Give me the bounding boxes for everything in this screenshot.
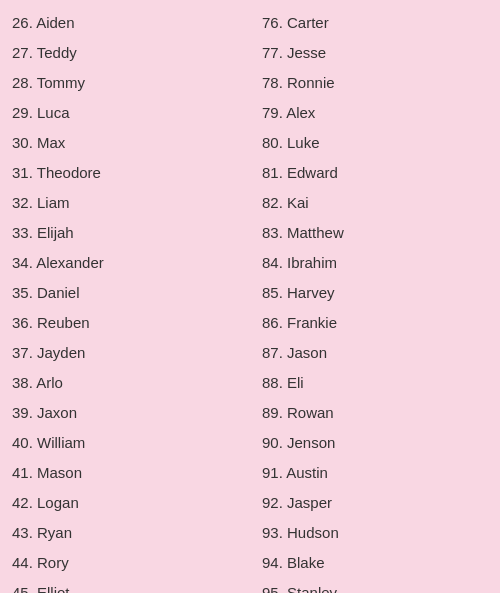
list-item: 30. Max — [10, 128, 240, 158]
list-item: 94. Blake — [260, 548, 490, 578]
list-item: 78. Ronnie — [260, 68, 490, 98]
list-item: 85. Harvey — [260, 278, 490, 308]
list-item: 27. Teddy — [10, 38, 240, 68]
list-item: 80. Luke — [260, 128, 490, 158]
list-item: 42. Logan — [10, 488, 240, 518]
list-item: 39. Jaxon — [10, 398, 240, 428]
list-item: 83. Matthew — [260, 218, 490, 248]
list-item: 41. Mason — [10, 458, 240, 488]
list-item: 43. Ryan — [10, 518, 240, 548]
list-item: 89. Rowan — [260, 398, 490, 428]
list-item: 82. Kai — [260, 188, 490, 218]
list-item: 84. Ibrahim — [260, 248, 490, 278]
list-item: 34. Alexander — [10, 248, 240, 278]
right-column: 76. Carter77. Jesse78. Ronnie79. Alex80.… — [250, 8, 500, 593]
list-item: 35. Daniel — [10, 278, 240, 308]
list-item: 33. Elijah — [10, 218, 240, 248]
list-item: 32. Liam — [10, 188, 240, 218]
names-container: 26. Aiden27. Teddy28. Tommy29. Luca30. M… — [0, 0, 500, 593]
list-item: 76. Carter — [260, 8, 490, 38]
list-item: 86. Frankie — [260, 308, 490, 338]
list-item: 95. Stanley — [260, 578, 490, 593]
list-item: 88. Eli — [260, 368, 490, 398]
list-item: 40. William — [10, 428, 240, 458]
list-item: 79. Alex — [260, 98, 490, 128]
list-item: 87. Jason — [260, 338, 490, 368]
list-item: 29. Luca — [10, 98, 240, 128]
left-column: 26. Aiden27. Teddy28. Tommy29. Luca30. M… — [0, 8, 250, 593]
list-item: 91. Austin — [260, 458, 490, 488]
list-item: 38. Arlo — [10, 368, 240, 398]
list-item: 28. Tommy — [10, 68, 240, 98]
list-item: 44. Rory — [10, 548, 240, 578]
list-item: 31. Theodore — [10, 158, 240, 188]
list-item: 37. Jayden — [10, 338, 240, 368]
list-item: 77. Jesse — [260, 38, 490, 68]
list-item: 81. Edward — [260, 158, 490, 188]
list-item: 36. Reuben — [10, 308, 240, 338]
list-item: 90. Jenson — [260, 428, 490, 458]
list-item: 92. Jasper — [260, 488, 490, 518]
list-item: 93. Hudson — [260, 518, 490, 548]
list-item: 45. Elliot — [10, 578, 240, 593]
list-item: 26. Aiden — [10, 8, 240, 38]
